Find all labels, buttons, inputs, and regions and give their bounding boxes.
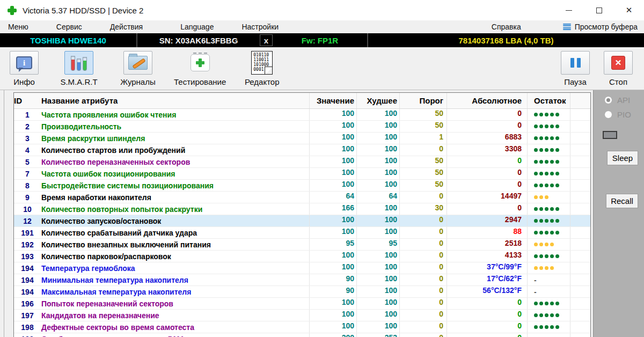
health-dot-icon — [539, 254, 543, 258]
attr-value: 100 — [309, 144, 356, 156]
testing-button[interactable]: Тестирование — [174, 51, 226, 86]
col-header-threshold[interactable]: Порог — [399, 93, 447, 108]
radio-api[interactable]: API — [604, 96, 630, 105]
health-dot-icon — [545, 313, 548, 317]
attr-worst: 100 — [356, 321, 399, 333]
table-row[interactable]: 192 Количество внезапных выключений пита… — [14, 239, 590, 251]
radio-pio[interactable]: PIO — [604, 110, 631, 119]
attr-remaining-health — [527, 180, 570, 191]
health-dot-icon — [550, 184, 554, 187]
col-header-absolute[interactable]: Абсолютное — [447, 93, 527, 108]
attr-name: Количество стартов или пробуждений — [41, 146, 309, 155]
buffer-view-button[interactable]: Просмотр буфера — [563, 23, 638, 31]
attr-name: Температура гермоблока — [41, 264, 309, 273]
attr-threshold: 0 — [399, 286, 447, 297]
health-dot-icon — [555, 302, 559, 305]
health-dot-icon — [550, 266, 554, 270]
radio-pio-icon — [604, 111, 612, 119]
col-header-name[interactable]: Название атрибута — [41, 96, 309, 105]
attr-absolute: 0 — [447, 203, 527, 215]
table-row[interactable]: 196 Попыток переназначений секторов 100 … — [14, 298, 590, 310]
attr-id: 10 — [14, 205, 41, 214]
table-row[interactable]: 194 Максимальная температура накопителя … — [14, 286, 590, 298]
attr-id: 194 — [14, 276, 41, 284]
maximize-button[interactable] — [584, 0, 614, 20]
table-row[interactable]: 8 Быстродействие системы позиционировани… — [14, 180, 590, 192]
journals-button[interactable]: Журналы — [115, 51, 161, 86]
pause-button[interactable]: Пауза — [554, 51, 597, 86]
menu-item-service[interactable]: Сервис — [56, 23, 82, 31]
attr-absolute: 0 — [447, 321, 527, 333]
attr-id: 9 — [14, 193, 41, 202]
sleep-button[interactable]: Sleep — [607, 151, 638, 165]
table-row[interactable]: 9 Время наработки накопителя 64 64 0 144… — [14, 192, 590, 203]
attr-absolute: 0 — [447, 298, 527, 309]
col-header-remaining[interactable]: Остаток — [527, 93, 570, 108]
attr-name: Попыток переназначений секторов — [41, 299, 309, 308]
table-row[interactable]: 199 Ошибки при передаче данных по DMA 20… — [14, 333, 590, 337]
table-row[interactable]: 1 Частота проявления ошибок чтения 100 1… — [14, 109, 590, 121]
attr-remaining-health — [527, 109, 570, 120]
health-dot-icon — [550, 231, 554, 235]
col-header-worst[interactable]: Худшее — [356, 93, 399, 108]
attr-absolute: 37°C/99°F — [447, 262, 527, 274]
health-dot-icon — [545, 124, 548, 128]
attr-threshold: 0 — [399, 144, 447, 156]
app-logo-green-cross-icon — [8, 6, 17, 15]
attr-value: 100 — [309, 168, 356, 179]
health-dot-icon — [534, 184, 538, 187]
menu-item-help[interactable]: Справка — [492, 23, 521, 31]
menu-item-language[interactable]: Language — [180, 23, 214, 31]
smart-button[interactable]: S.M.A.R.T — [56, 51, 102, 86]
health-dot-icon — [555, 160, 559, 164]
attr-value: 100 — [309, 251, 356, 262]
table-row[interactable]: 193 Количество парковок/распарковок 100 … — [14, 251, 590, 262]
table-row[interactable]: 197 Кандидатов на переназначение 100 100… — [14, 310, 590, 321]
attr-remaining-health — [527, 121, 570, 132]
attr-absolute: 0 — [447, 168, 527, 179]
table-row[interactable]: 10 Количество повторных попыток раскрутк… — [14, 203, 590, 215]
attr-worst: 100 — [356, 262, 399, 274]
health-dot-icon — [555, 254, 559, 258]
health-dot-icon — [539, 136, 543, 140]
table-row[interactable]: 198 Дефектные секторы во время самотеста… — [14, 321, 590, 333]
table-row[interactable]: 7 Частота ошибок позиционирования 100 10… — [14, 168, 590, 180]
health-dot-icon — [534, 195, 538, 199]
health-dot-icon — [539, 219, 543, 223]
table-row[interactable]: 5 Количество переназначенных секторов 10… — [14, 156, 590, 168]
table-row[interactable]: 194 Минимальная температура накопителя 9… — [14, 274, 590, 286]
attr-name: Частота проявления ошибок чтения — [41, 111, 309, 119]
minimize-button[interactable] — [554, 0, 584, 20]
attr-name: Производительность — [41, 122, 309, 131]
binary-page-icon: 010110 110011 101000 0001 — [251, 51, 273, 75]
attr-threshold: 0 — [399, 262, 447, 274]
menu-item-menu[interactable]: Меню — [8, 23, 28, 31]
menu-item-settings[interactable]: Настройки — [241, 23, 279, 31]
table-row[interactable]: 194 Температура гермоблока 100 100 0 37°… — [14, 262, 590, 274]
stop-button[interactable]: ✕ Стоп — [597, 51, 640, 86]
attr-remaining-health — [527, 156, 570, 167]
attr-worst: 100 — [356, 156, 399, 167]
attr-threshold: 0 — [399, 321, 447, 333]
recall-button[interactable]: Recall — [606, 194, 638, 208]
health-dot-icon — [534, 160, 538, 164]
attr-worst: 100 — [356, 286, 399, 297]
health-dot-icon — [539, 148, 543, 152]
attr-name: Минимальная температура накопителя — [41, 276, 309, 284]
menu-item-actions[interactable]: Действия — [110, 23, 143, 31]
close-button[interactable]: ✕ — [614, 0, 644, 20]
attr-absolute: 3308 — [447, 144, 527, 156]
table-row[interactable]: 191 Количество срабатываний датчика удар… — [14, 227, 590, 239]
health-dot-icon — [545, 254, 548, 258]
attr-value: 100 — [309, 262, 356, 274]
table-row[interactable]: 3 Время раскрутки шпинделя 100 100 1 688… — [14, 133, 590, 144]
col-header-value[interactable]: Значение — [309, 93, 356, 108]
attr-remaining-health — [527, 215, 570, 226]
table-row[interactable]: 4 Количество стартов или пробуждений 100… — [14, 144, 590, 156]
info-button[interactable]: i Инфо — [5, 51, 43, 86]
drive-x-button[interactable]: x — [260, 34, 273, 46]
table-row[interactable]: 12 Количество запусков/остановок 100 100… — [14, 215, 590, 227]
editor-button[interactable]: 010110 110011 101000 0001 Редактор — [239, 51, 285, 86]
table-row[interactable]: 2 Производительность 100 100 50 0 — [14, 121, 590, 133]
col-header-id[interactable]: ID — [14, 96, 41, 105]
